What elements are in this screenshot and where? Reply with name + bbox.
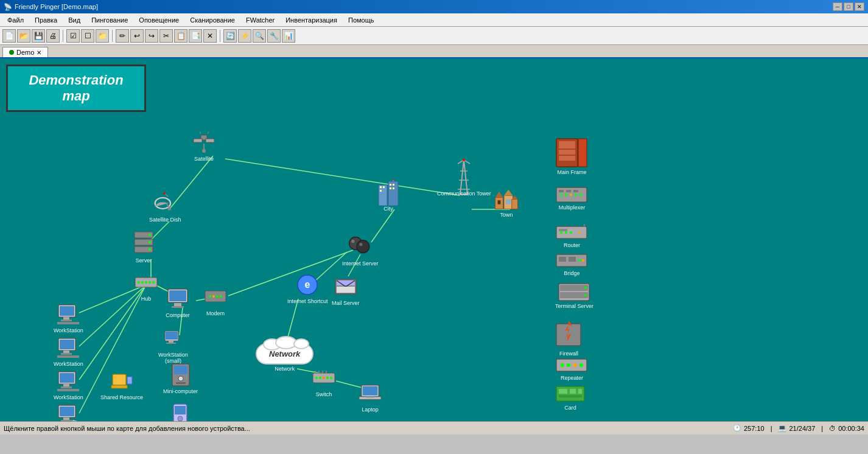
svg-rect-86 bbox=[174, 366, 187, 374]
menu-view[interactable]: Вид bbox=[63, 15, 85, 25]
search-button[interactable]: 🔍 bbox=[253, 29, 266, 43]
cut-button[interactable]: ✂ bbox=[159, 29, 173, 43]
copy-button[interactable]: 📋 bbox=[174, 29, 187, 43]
internet-server-node[interactable]: Internet Server bbox=[342, 235, 379, 267]
repeater-label: Repeater bbox=[561, 375, 583, 381]
folder-tool[interactable]: 📁 bbox=[96, 29, 109, 43]
refresh-button[interactable]: 🔄 bbox=[223, 29, 237, 43]
menu-fwatcher[interactable]: FWatcher bbox=[241, 15, 279, 25]
ping-button[interactable]: ⚡ bbox=[238, 29, 251, 43]
workstation4-node[interactable]: WorkStation bbox=[54, 402, 83, 421]
workstation2-node[interactable]: WorkStation bbox=[54, 335, 83, 367]
svg-rect-59 bbox=[60, 306, 74, 316]
satellite-icon bbox=[192, 130, 216, 155]
comm-tower-node[interactable]: Communication Tower bbox=[437, 165, 491, 197]
svg-rect-81 bbox=[166, 343, 176, 344]
close-button[interactable]: ✕ bbox=[855, 2, 864, 11]
svg-rect-136 bbox=[498, 200, 501, 204]
main-canvas[interactable]: Demonstration map Satellite bbox=[0, 58, 868, 421]
firewall-panel-item[interactable]: Firewall bbox=[555, 320, 583, 357]
mail-server-node[interactable]: Mail Server bbox=[332, 274, 360, 306]
maximize-button[interactable]: □ bbox=[844, 2, 853, 11]
open-button[interactable]: 📂 bbox=[17, 29, 30, 43]
svg-rect-170 bbox=[559, 141, 575, 148]
city-icon bbox=[376, 180, 401, 204]
menu-edit[interactable]: Правка bbox=[30, 15, 62, 25]
shared-resource-node[interactable]: Shared Resource bbox=[100, 369, 143, 400]
multiplexer-panel-item[interactable]: Multiplexer bbox=[555, 186, 589, 211]
save-button[interactable]: 💾 bbox=[32, 29, 45, 43]
undo-button[interactable]: ↩ bbox=[130, 29, 144, 43]
internet-server-label: Internet Server bbox=[342, 260, 379, 267]
internet-shortcut-node[interactable]: e Internet Shortcut bbox=[287, 273, 328, 304]
menu-ping[interactable]: Пингование bbox=[86, 15, 133, 25]
town-label: Town bbox=[500, 212, 513, 218]
svg-line-24 bbox=[73, 421, 234, 421]
edit-button[interactable]: ✏ bbox=[116, 29, 129, 43]
settings-button[interactable]: 🔧 bbox=[267, 29, 281, 43]
hint-text: Щёлкните правой кнопкой мыши по карте дл… bbox=[4, 425, 250, 432]
menu-inventory[interactable]: Инвентаризация bbox=[281, 15, 342, 25]
laptop-node[interactable]: Laptop bbox=[358, 381, 382, 413]
mail-server-label: Mail Server bbox=[332, 300, 360, 306]
clock-icon: 🕐 bbox=[733, 424, 741, 432]
switch-node[interactable]: Switch bbox=[312, 366, 336, 397]
paste-button[interactable]: 📑 bbox=[189, 29, 202, 43]
repeater-panel-item[interactable]: Repeater bbox=[555, 357, 589, 381]
svg-rect-80 bbox=[169, 341, 173, 343]
satellite-dish-node[interactable]: Satellite Dish bbox=[149, 191, 181, 223]
workstation1-label: WorkStation bbox=[54, 327, 83, 334]
svg-rect-79 bbox=[166, 332, 178, 340]
satellite-node[interactable]: Satellite bbox=[192, 130, 216, 162]
svg-point-199 bbox=[584, 294, 587, 296]
svg-rect-191 bbox=[559, 257, 566, 262]
mini-computer-node[interactable]: Mini-computer bbox=[163, 363, 198, 394]
svg-rect-123 bbox=[390, 187, 391, 189]
menu-help[interactable]: Помощь bbox=[343, 15, 379, 25]
bridge-panel-item[interactable]: Bridge bbox=[555, 252, 589, 276]
redo-button[interactable]: ↪ bbox=[145, 29, 158, 43]
print-button[interactable]: 🖨 bbox=[46, 29, 60, 43]
network-node[interactable]: Network Network bbox=[256, 343, 313, 372]
tab-close-button[interactable]: ✕ bbox=[37, 49, 41, 56]
workstation3-node[interactable]: WorkStation bbox=[54, 369, 83, 400]
demo-tab[interactable]: Demo ✕ bbox=[2, 47, 48, 57]
delete-button[interactable]: ✕ bbox=[203, 29, 217, 43]
menu-alert[interactable]: Оповещение bbox=[134, 15, 184, 25]
chart-button[interactable]: 📊 bbox=[282, 29, 295, 43]
pda-node[interactable]: PDA bbox=[168, 402, 192, 421]
mail-server-icon bbox=[334, 274, 358, 299]
svg-point-103 bbox=[315, 377, 318, 379]
hub-node[interactable]: Hub bbox=[134, 270, 158, 302]
svg-rect-115 bbox=[366, 397, 374, 398]
modem-node[interactable]: Modem bbox=[203, 285, 228, 316]
workstation-small-node[interactable]: WorkStation(small) bbox=[158, 326, 188, 364]
mainframe-panel-item[interactable]: Main Frame bbox=[555, 138, 589, 175]
router-panel-item[interactable]: Router bbox=[555, 224, 589, 248]
workstation1-node[interactable]: WorkStation bbox=[54, 302, 83, 334]
svg-point-106 bbox=[326, 377, 329, 379]
svg-rect-188 bbox=[559, 229, 567, 231]
minimize-button[interactable]: ─ bbox=[833, 2, 842, 11]
checkbox-button[interactable]: ☑ bbox=[66, 29, 80, 43]
computer-node[interactable]: Computer bbox=[166, 287, 190, 318]
mainframe-icon bbox=[555, 138, 589, 168]
new-button[interactable]: 📄 bbox=[2, 29, 16, 43]
town-node[interactable]: Town bbox=[494, 186, 519, 218]
svg-rect-70 bbox=[63, 384, 69, 386]
switch-label: Switch bbox=[316, 391, 332, 397]
svg-point-107 bbox=[330, 377, 332, 379]
terminal-server-panel-item[interactable]: Terminal Server bbox=[555, 282, 593, 309]
checkbox2-button[interactable]: ☐ bbox=[81, 29, 94, 43]
computer-icon bbox=[166, 287, 190, 311]
app-icon: 📡 bbox=[4, 3, 12, 11]
menu-file[interactable]: Файл bbox=[2, 15, 29, 25]
svg-point-184 bbox=[560, 231, 562, 234]
card-panel-item[interactable]: Card bbox=[555, 384, 586, 411]
city-node[interactable]: City bbox=[376, 180, 401, 212]
demo-title-box: Demonstration map bbox=[6, 65, 146, 112]
workstation4-icon bbox=[56, 402, 80, 421]
svg-rect-192 bbox=[569, 257, 576, 262]
server-node[interactable]: Server bbox=[131, 232, 156, 264]
menu-scan[interactable]: Сканирование bbox=[185, 15, 240, 25]
